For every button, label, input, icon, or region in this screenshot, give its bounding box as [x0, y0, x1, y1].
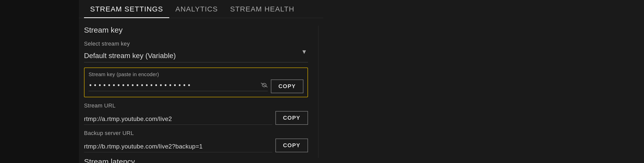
stream-url-field: Stream URL rtmp://a.rtmp.youtube.com/liv… [84, 102, 308, 125]
right-sidebar [323, 0, 644, 163]
stream-key-heading: Stream key [84, 26, 308, 34]
backup-url-field: Backup server URL rtmp://b.rtmp.youtube.… [84, 130, 308, 152]
stream-settings-panel: Stream key Select stream key Default str… [84, 26, 318, 158]
tab-stream-health[interactable]: STREAM HEALTH [224, 0, 300, 18]
stream-key-field-label: Stream key (paste in encoder) [89, 72, 303, 77]
eye-hidden-icon[interactable] [261, 82, 268, 89]
stream-key-row: •••••••••••••••••••••• COPY [89, 79, 303, 93]
stream-url-row: rtmp://a.rtmp.youtube.com/live2 COPY [84, 111, 308, 125]
backup-url-label: Backup server URL [84, 130, 308, 137]
content-area: Stream key Select stream key Default str… [79, 18, 323, 163]
tabs-bar: STREAM SETTINGS ANALYTICS STREAM HEALTH [79, 0, 323, 18]
stream-key-dots: •••••••••••••••••••••• [89, 82, 259, 89]
stream-key-select-wrapper: Select stream key Default stream key (Va… [84, 40, 308, 62]
additional-settings-panel: Additional settings Enable DVR 360° vide… [318, 26, 323, 158]
copy-backup-url-button[interactable]: COPY [275, 139, 308, 152]
stream-key-section: Stream key Select stream key Default str… [84, 26, 308, 163]
stream-key-select[interactable]: Default stream key (Variable) [84, 49, 308, 62]
main-content: STREAM SETTINGS ANALYTICS STREAM HEALTH … [79, 0, 323, 163]
backup-url-input-wrapper: rtmp://b.rtmp.youtube.com/live2?backup=1 [84, 141, 272, 152]
stream-url-label: Stream URL [84, 102, 308, 109]
stream-key-box: Stream key (paste in encoder) ••••••••••… [84, 67, 308, 97]
tab-stream-settings[interactable]: STREAM SETTINGS [84, 0, 169, 18]
tab-analytics[interactable]: ANALYTICS [169, 0, 224, 18]
stream-latency-heading: Stream latency [84, 157, 308, 163]
stream-url-value: rtmp://a.rtmp.youtube.com/live2 [84, 113, 272, 125]
copy-stream-url-button[interactable]: COPY [275, 111, 308, 125]
backup-url-row: rtmp://b.rtmp.youtube.com/live2?backup=1… [84, 139, 308, 152]
stream-url-input-wrapper: rtmp://a.rtmp.youtube.com/live2 [84, 113, 272, 125]
select-stream-key-label: Select stream key [84, 40, 308, 47]
stream-key-input-wrapper: •••••••••••••••••••••• [89, 82, 268, 91]
left-sidebar [0, 0, 79, 163]
stream-latency-section: Stream latency Normal latency ? Low-late… [84, 157, 308, 163]
copy-stream-key-button[interactable]: COPY [271, 79, 303, 93]
backup-url-value: rtmp://b.rtmp.youtube.com/live2?backup=1 [84, 141, 272, 152]
